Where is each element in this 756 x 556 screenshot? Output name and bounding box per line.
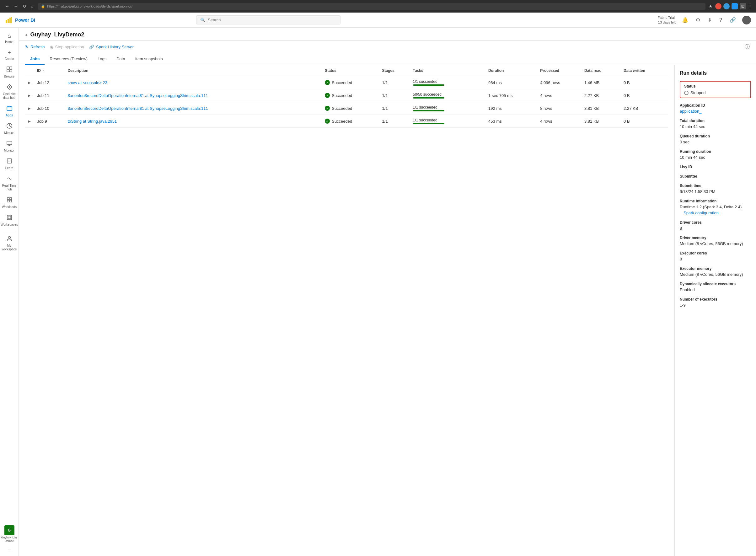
col-id[interactable]: ID ↑ xyxy=(35,65,65,76)
sort-icon: ↑ xyxy=(42,69,44,72)
tab-resources[interactable]: Resources (Preview) xyxy=(44,53,93,65)
app-container: ⌂ Home + Create Browse OneLake data hub … xyxy=(0,28,756,556)
job-description-link[interactable]: show at <console>:23 xyxy=(67,80,107,85)
refresh-button[interactable]: ↻ xyxy=(21,3,28,9)
jobs-area: ID ↑ Description Status Stages Tasks Dur… xyxy=(19,65,675,556)
tab-logs[interactable]: Logs xyxy=(93,53,111,65)
table-row: ▶ Job 10 $anonfun$recordDeltaOperationIn… xyxy=(25,102,668,115)
col-duration[interactable]: Duration xyxy=(486,65,538,76)
processed-cell: 4 rows xyxy=(538,115,582,128)
lock-icon: 🔒 xyxy=(41,4,45,8)
home-icon: ⌂ xyxy=(7,33,11,39)
tab-jobs[interactable]: Jobs xyxy=(25,53,44,65)
job-description-link[interactable]: $anonfun$recordDeltaOperationInternal$1 … xyxy=(67,93,208,98)
sidebar-item-monitor[interactable]: Monitor xyxy=(1,138,18,155)
tabs: Jobs Resources (Preview) Logs Data Item … xyxy=(19,53,756,65)
download-button[interactable]: ⇓ xyxy=(707,16,713,24)
home-button[interactable]: ⌂ xyxy=(30,3,35,9)
settings-button[interactable]: ⚙ xyxy=(694,16,701,24)
status-badge: ✓ Succeeded xyxy=(325,80,377,85)
svg-rect-12 xyxy=(7,141,12,145)
duration-cell: 453 ms xyxy=(486,115,538,128)
executor-memory-section: Executor memory Medium (8 vCores, 56GB m… xyxy=(680,267,751,277)
refresh-button[interactable]: ↻ Refresh xyxy=(25,43,45,50)
expand-row-btn[interactable]: ▶ xyxy=(28,80,31,85)
sidebar-item-metrics[interactable]: Metrics xyxy=(1,120,18,137)
sidebar-item-workspaces[interactable]: Workspaces xyxy=(1,212,18,229)
user-avatar[interactable] xyxy=(742,16,751,25)
run-details-panel: Run details Status Stopped Application I… xyxy=(675,65,756,556)
tab-snapshots[interactable]: Item snapshots xyxy=(130,53,168,65)
svg-rect-3 xyxy=(11,17,12,23)
tasks-bar xyxy=(413,97,444,99)
more-button[interactable]: ⋮ xyxy=(748,4,752,9)
col-status[interactable]: Status xyxy=(322,65,379,76)
back-button[interactable]: ← xyxy=(4,3,11,9)
spark-config-link[interactable]: Spark configuration xyxy=(680,211,751,215)
svg-rect-7 xyxy=(10,70,12,72)
info-button[interactable]: ⓘ xyxy=(745,44,750,50)
stop-application-button[interactable]: ◉ Stop application xyxy=(50,43,84,50)
success-icon: ✓ xyxy=(325,106,330,111)
sidebar-item-apps[interactable]: Apps xyxy=(1,103,18,120)
stages-cell: 1/1 xyxy=(380,102,410,115)
page-title: Guyhay_LivyDemo2_ xyxy=(30,31,87,38)
sidebar-item-my-workspace[interactable]: My workspace xyxy=(1,233,18,254)
job-description-link[interactable]: $anonfun$recordDeltaOperationInternal$1 … xyxy=(67,106,208,111)
forward-button[interactable]: → xyxy=(12,3,20,9)
sidebar-workspace-item[interactable]: G Guyhay_Livy Demo2 xyxy=(1,523,18,545)
col-data-read[interactable]: Data read xyxy=(582,65,621,76)
notification-button[interactable]: 🔔 xyxy=(681,16,689,24)
queued-dur-value: 0 sec xyxy=(680,140,751,144)
status-text: Succeeded xyxy=(332,93,352,98)
processed-cell: 8 rows xyxy=(538,102,582,115)
table-row: ▶ Job 9 toString at String.java:2951 ✓ S… xyxy=(25,115,668,128)
tasks-ratio: 50/50 succeeded xyxy=(413,92,484,97)
col-tasks[interactable]: Tasks xyxy=(410,65,486,76)
col-data-written[interactable]: Data written xyxy=(621,65,668,76)
num-exec-value: 1-9 xyxy=(680,303,751,308)
svg-rect-5 xyxy=(10,67,12,69)
sidebar-item-workloads[interactable]: Workloads xyxy=(1,195,18,211)
executor-memory-value: Medium (8 vCores, 56GB memory) xyxy=(680,272,751,277)
sidebar-item-create[interactable]: + Create xyxy=(1,47,18,63)
sidebar-item-learn[interactable]: Learn xyxy=(1,155,18,173)
expand-row-btn[interactable]: ▶ xyxy=(28,119,31,124)
svg-rect-1 xyxy=(7,19,9,23)
executor-cores-label: Executor cores xyxy=(680,251,751,255)
dynamic-exec-section: Dynamically allocate executors Enabled xyxy=(680,282,751,292)
tab-data[interactable]: Data xyxy=(111,53,130,65)
sidebar-item-more[interactable]: ... xyxy=(1,545,18,554)
metrics-icon xyxy=(7,123,12,130)
share-button[interactable]: 🔗 xyxy=(728,16,737,24)
app-id-value[interactable]: application_ xyxy=(680,109,751,113)
tasks-bar-fill xyxy=(413,97,444,99)
num-exec-section: Number of executors 1-9 xyxy=(680,297,751,308)
search-box[interactable]: 🔍 xyxy=(196,15,341,25)
sidebar-item-home[interactable]: ⌂ Home xyxy=(1,30,18,46)
star-button[interactable]: ★ xyxy=(709,4,713,9)
help-button[interactable]: ? xyxy=(718,16,723,24)
sidebar-item-realtime[interactable]: Real-Time hub xyxy=(1,173,18,194)
search-input[interactable] xyxy=(208,18,336,22)
col-expand xyxy=(25,65,35,76)
tasks-ratio: 1/1 succeeded xyxy=(413,79,484,84)
tasks-bar xyxy=(413,110,444,111)
workloads-icon xyxy=(7,197,12,204)
col-processed[interactable]: Processed xyxy=(538,65,582,76)
job-description-link[interactable]: toString at String.java:2951 xyxy=(67,119,117,124)
col-stages[interactable]: Stages xyxy=(380,65,410,76)
spark-history-button[interactable]: 🔗 Spark History Server xyxy=(89,43,134,50)
status-box: Status Stopped xyxy=(680,81,751,98)
submit-time-section: Submit time 9/13/24 1:58:33 PM xyxy=(680,183,751,194)
address-bar[interactable]: 🔒 https://msit.powerbi.com/workloads/de-… xyxy=(38,3,706,10)
sidebar-item-onelake[interactable]: OneLake data hub xyxy=(1,81,18,102)
sidebar-item-browse[interactable]: Browse xyxy=(1,64,18,81)
expand-row-btn[interactable]: ▶ xyxy=(28,93,31,98)
jobs-table: ID ↑ Description Status Stages Tasks Dur… xyxy=(25,65,668,128)
col-description[interactable]: Description xyxy=(65,65,322,76)
expand-row-btn[interactable]: ▶ xyxy=(28,106,31,111)
workspaces-icon xyxy=(7,215,12,222)
svg-rect-4 xyxy=(7,67,9,69)
stop-icon: ◉ xyxy=(50,44,53,49)
